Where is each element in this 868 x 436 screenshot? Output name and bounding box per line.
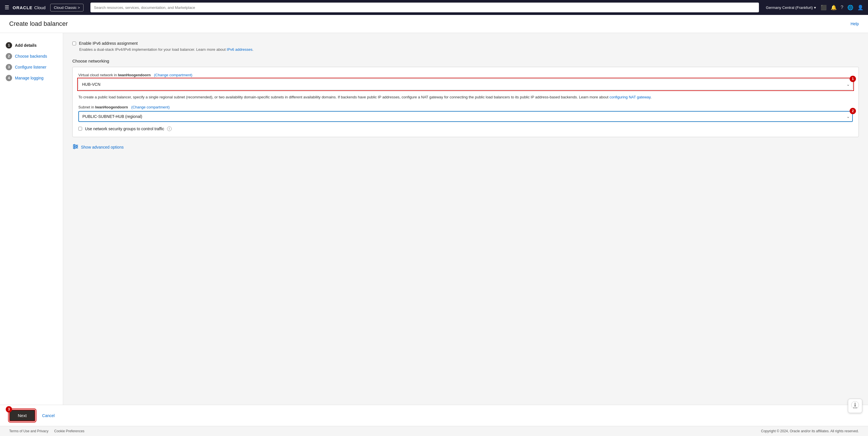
networking-section: Choose networking Virtual cloud network … bbox=[72, 59, 859, 137]
ipv6-link[interactable]: IPv6 addresses bbox=[227, 47, 253, 52]
advanced-options-row[interactable]: Show advanced options bbox=[72, 144, 859, 150]
next-button[interactable]: Next bbox=[9, 410, 35, 422]
top-navigation: ☰ ORACLE Cloud Cloud Classic > Germany C… bbox=[0, 0, 868, 15]
sidebar: 1 Add details 2 Choose backends 3 Config… bbox=[0, 33, 63, 405]
topnav-icons: ⬛ 🔔 ? 🌐 👤 bbox=[820, 5, 863, 11]
nsg-checkbox[interactable] bbox=[79, 127, 82, 131]
subnet-select[interactable]: PUBLIC-SUBNET-HUB (regional) bbox=[79, 111, 853, 122]
help-widget-icon bbox=[851, 401, 859, 405]
svg-point-4 bbox=[76, 146, 78, 147]
oracle-logo: ORACLE Cloud bbox=[12, 5, 45, 10]
page-header: Create load balancer Help bbox=[0, 15, 868, 33]
networking-box: Virtual cloud network in IwanHoogendoorn… bbox=[72, 67, 859, 137]
next-button-wrapper: 3 Next bbox=[9, 410, 35, 422]
sidebar-item-add-details[interactable]: 1 Add details bbox=[0, 40, 63, 51]
copyright-text: Copyright © 2024, Oracle and/or its affi… bbox=[761, 429, 859, 433]
oracle-text: ORACLE bbox=[12, 5, 32, 10]
ipv6-checkbox-label: Enable IPv6 address assignment bbox=[79, 41, 138, 45]
nsg-checkbox-row: Use network security groups to control t… bbox=[79, 127, 853, 131]
cookie-preferences-link[interactable]: Cookie Preferences bbox=[54, 429, 84, 433]
ipv6-checkbox[interactable] bbox=[72, 42, 76, 45]
vcn-badge: 1 bbox=[849, 76, 856, 82]
subnet-select-wrapper: 2 PUBLIC-SUBNET-HUB (regional) ⌄ bbox=[79, 111, 853, 122]
svg-point-7 bbox=[855, 403, 856, 404]
subnet-badge: 2 bbox=[849, 108, 856, 114]
sidebar-item-configure-listener[interactable]: 3 Configure listener bbox=[0, 62, 63, 73]
vcn-select[interactable]: HUB-VCN bbox=[79, 79, 853, 90]
svg-point-3 bbox=[74, 144, 75, 146]
nat-gateway-link[interactable]: configuring NAT gateway bbox=[609, 95, 650, 99]
main-content: Enable IPv6 address assignment Enables a… bbox=[63, 33, 868, 405]
sidebar-item-manage-logging[interactable]: 4 Manage logging bbox=[0, 73, 63, 83]
subnet-change-compartment-link[interactable]: (Change compartment) bbox=[131, 105, 169, 109]
cloud-classic-button[interactable]: Cloud Classic > bbox=[50, 4, 84, 11]
page-footer: Terms of Use and Privacy Cookie Preferen… bbox=[0, 426, 868, 436]
nsg-info-icon[interactable]: i bbox=[167, 127, 172, 131]
sidebar-label-manage-logging: Manage logging bbox=[15, 76, 43, 80]
search-input[interactable] bbox=[94, 5, 755, 10]
footer-links: Terms of Use and Privacy Cookie Preferen… bbox=[9, 429, 84, 433]
bottom-bar: 3 Next Cancel bbox=[0, 405, 868, 426]
ipv6-checkbox-row: Enable IPv6 address assignment bbox=[72, 41, 859, 45]
region-chevron-icon: ▾ bbox=[814, 5, 816, 10]
notification-icon[interactable]: 🔔 bbox=[831, 5, 837, 11]
vcn-label: Virtual cloud network in IwanHoogendoorn… bbox=[79, 73, 853, 77]
main-layout: 1 Add details 2 Choose backends 3 Config… bbox=[0, 33, 868, 405]
advanced-options-icon bbox=[72, 144, 79, 150]
svg-point-5 bbox=[74, 147, 75, 148]
vcn-select-wrapper: 1 HUB-VCN ⌄ bbox=[79, 79, 853, 90]
ipv6-section: Enable IPv6 address assignment Enables a… bbox=[72, 41, 859, 52]
help-link[interactable]: Help bbox=[850, 22, 859, 26]
vcn-change-compartment-link[interactable]: (Change compartment) bbox=[154, 73, 193, 77]
step-badge-1: 1 bbox=[6, 42, 12, 48]
step-badge-2: 2 bbox=[6, 53, 12, 59]
subnet-label: Subnet in IwanHoogendoorn (Change compar… bbox=[79, 105, 853, 109]
advanced-options-link[interactable]: Show advanced options bbox=[81, 145, 124, 149]
sidebar-label-configure-listener: Configure listener bbox=[15, 65, 46, 69]
cloud-text: Cloud bbox=[34, 5, 45, 10]
page-title: Create load balancer bbox=[9, 20, 68, 28]
ipv6-description: Enables a dual-stack IPv4/IPv6 implement… bbox=[79, 47, 859, 52]
globe-icon[interactable]: 🌐 bbox=[847, 5, 854, 11]
sidebar-label-choose-backends: Choose backends bbox=[15, 54, 47, 59]
sidebar-label-add-details: Add details bbox=[15, 43, 36, 47]
cancel-button[interactable]: Cancel bbox=[40, 412, 57, 419]
hamburger-menu-icon[interactable]: ☰ bbox=[5, 4, 9, 11]
user-avatar-icon[interactable]: 👤 bbox=[857, 5, 863, 11]
nsg-checkbox-label: Use network security groups to control t… bbox=[85, 127, 164, 131]
sidebar-item-choose-backends[interactable]: 2 Choose backends bbox=[0, 51, 63, 62]
next-badge: 3 bbox=[6, 406, 12, 412]
developer-icon[interactable]: ⬛ bbox=[820, 5, 827, 11]
public-lb-info: To create a public load balancer, specif… bbox=[79, 94, 853, 100]
region-label: Germany Central (Frankfurt) bbox=[766, 5, 813, 10]
search-bar[interactable] bbox=[90, 3, 759, 12]
step-badge-3: 3 bbox=[6, 64, 12, 70]
help-icon[interactable]: ? bbox=[841, 5, 843, 10]
help-widget[interactable] bbox=[848, 399, 862, 405]
networking-title: Choose networking bbox=[72, 59, 859, 63]
region-selector[interactable]: Germany Central (Frankfurt) ▾ bbox=[766, 5, 816, 10]
step-badge-4: 4 bbox=[6, 75, 12, 81]
topnav-right: Germany Central (Frankfurt) ▾ ⬛ 🔔 ? 🌐 👤 bbox=[766, 5, 863, 11]
terms-link[interactable]: Terms of Use and Privacy bbox=[9, 429, 49, 433]
